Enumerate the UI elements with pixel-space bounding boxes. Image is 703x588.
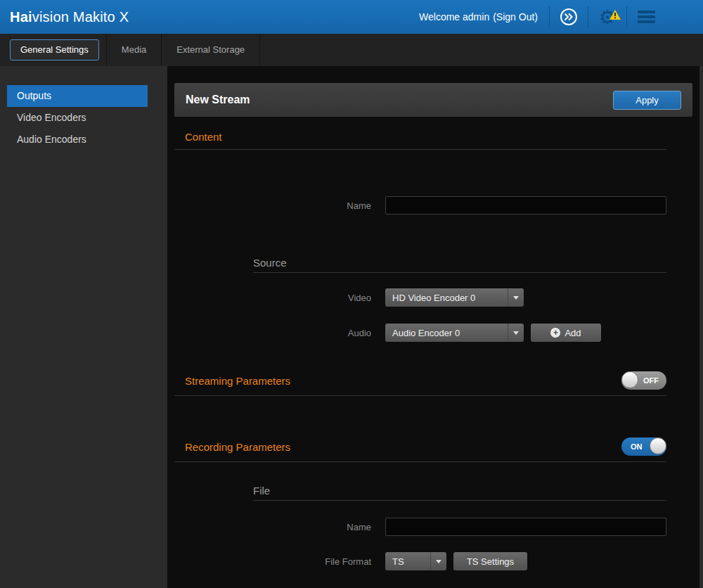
subsection-title-file: File bbox=[253, 485, 666, 497]
file-format-select[interactable]: TS bbox=[385, 552, 446, 570]
stream-name-input[interactable] bbox=[385, 196, 666, 215]
tab-external-storage[interactable]: External Storage bbox=[162, 34, 259, 66]
toggle-state-label: OFF bbox=[643, 376, 659, 385]
recording-parameters-toggle[interactable]: ON bbox=[621, 437, 666, 456]
form-content: Content Name Source Video HD Video Encod… bbox=[174, 131, 666, 570]
audio-encoder-select[interactable]: Audio Encoder 0 bbox=[385, 324, 524, 342]
ts-settings-button[interactable]: TS Settings bbox=[453, 552, 527, 570]
main-panel: New Stream Apply Content Name Source Vid… bbox=[167, 66, 699, 588]
sidebar-item-video-encoders[interactable]: Video Encoders bbox=[7, 107, 148, 129]
toggle-knob bbox=[650, 437, 666, 454]
streaming-parameters-toggle[interactable]: OFF bbox=[621, 371, 666, 390]
audio-encoder-selected-value: Audio Encoder 0 bbox=[385, 328, 508, 338]
divider bbox=[253, 272, 666, 273]
top-bar: Haivision Makito X Welcome admin (Sign O… bbox=[0, 0, 703, 34]
topbar-divider bbox=[549, 6, 550, 27]
section-title-streaming-parameters: Streaming Parameters bbox=[174, 375, 290, 387]
topbar-right: Welcome admin (Sign Out) ⚙ bbox=[419, 6, 664, 27]
video-encoder-selected-value: HD Video Encoder 0 bbox=[385, 293, 508, 303]
toggle-state-label: ON bbox=[631, 442, 643, 451]
hamburger-icon bbox=[638, 11, 655, 23]
tab-general-settings[interactable]: General Settings bbox=[10, 39, 99, 60]
chevron-down-icon bbox=[508, 288, 524, 307]
sidebar-item-audio-encoders[interactable]: Audio Encoders bbox=[7, 129, 148, 151]
audio-label: Audio bbox=[174, 328, 371, 338]
streaming-parameters-row: Streaming Parameters OFF bbox=[174, 371, 666, 390]
chevron-down-icon bbox=[430, 552, 446, 570]
video-source-row: Video HD Video Encoder 0 bbox=[174, 288, 666, 307]
section-title-recording-parameters: Recording Parameters bbox=[174, 441, 290, 453]
file-name-input[interactable] bbox=[385, 518, 666, 536]
stream-name-row: Name bbox=[174, 196, 666, 215]
sidebar-item-outputs[interactable]: Outputs bbox=[7, 85, 148, 107]
subsection-title-source: Source bbox=[253, 257, 666, 269]
section-title-content: Content bbox=[174, 131, 666, 143]
tab-bar: General Settings Media External Storage bbox=[0, 34, 703, 66]
recording-parameters-row: Recording Parameters ON bbox=[174, 437, 666, 456]
brand-logo: Haivision Makito X bbox=[10, 9, 129, 25]
ts-settings-label: TS Settings bbox=[467, 556, 514, 567]
toggle-knob bbox=[621, 371, 638, 388]
divider bbox=[174, 395, 666, 396]
sign-out-link[interactable]: (Sign Out) bbox=[493, 11, 538, 23]
tab-divider bbox=[259, 34, 260, 66]
divider bbox=[253, 500, 666, 501]
status-circle-icon bbox=[560, 8, 578, 26]
audio-source-row: Audio Audio Encoder 0 + Add bbox=[174, 324, 666, 342]
video-encoder-select[interactable]: HD Video Encoder 0 bbox=[385, 288, 524, 307]
apply-button[interactable]: Apply bbox=[613, 91, 681, 110]
video-label: Video bbox=[174, 293, 371, 303]
topbar-divider bbox=[588, 6, 588, 27]
brand-rest: vision Makito X bbox=[32, 9, 129, 25]
chevron-down-icon bbox=[508, 324, 524, 342]
warning-badge-icon bbox=[610, 10, 621, 23]
file-name-row: Name bbox=[174, 518, 666, 536]
name-label: Name bbox=[174, 200, 371, 211]
sidebar: Outputs Video Encoders Audio Encoders bbox=[0, 66, 167, 588]
file-format-label: File Format bbox=[174, 556, 371, 567]
welcome-text: Welcome admin bbox=[419, 11, 489, 23]
divider bbox=[174, 149, 666, 150]
brand-bold: Hai bbox=[10, 9, 32, 25]
file-format-row: File Format TS TS Settings bbox=[174, 552, 666, 570]
file-name-label: Name bbox=[174, 522, 371, 532]
haivision-status-icon[interactable] bbox=[551, 8, 586, 26]
topbar-divider bbox=[626, 6, 627, 27]
tab-media[interactable]: Media bbox=[107, 34, 161, 66]
settings-gear-icon[interactable]: ⚙ bbox=[590, 8, 625, 27]
add-audio-button[interactable]: + Add bbox=[531, 324, 601, 342]
menu-icon[interactable] bbox=[628, 11, 664, 23]
add-button-label: Add bbox=[565, 328, 581, 338]
file-format-selected-value: TS bbox=[385, 556, 430, 567]
divider bbox=[174, 461, 666, 462]
new-stream-header: New Stream Apply bbox=[174, 83, 692, 117]
page-title: New Stream bbox=[186, 94, 250, 106]
plus-icon: + bbox=[550, 328, 560, 338]
